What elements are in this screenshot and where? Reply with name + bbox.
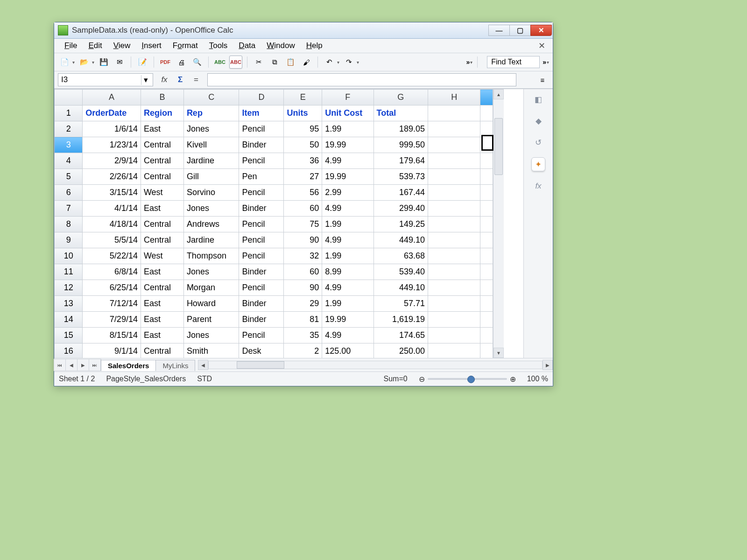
dropdown-icon[interactable]: ▾ [337,60,339,65]
cell[interactable]: 5/22/14 [83,248,141,264]
cell[interactable]: Binder [239,137,284,153]
cell[interactable]: 2/26/14 [83,169,141,185]
cell[interactable]: 1.99 [322,248,374,264]
scroll-left-icon[interactable]: ◀ [198,360,208,370]
cell[interactable]: Desk [239,343,284,358]
cell[interactable] [428,201,480,217]
cell[interactable]: 29 [284,296,322,312]
scroll-right-icon[interactable]: ▶ [543,360,553,370]
cell[interactable]: 299.40 [374,201,428,217]
cell[interactable] [428,169,480,185]
cell[interactable]: 539.40 [374,264,428,280]
formula-input[interactable] [207,73,516,86]
zoom-slider[interactable] [428,378,507,380]
mail-icon[interactable]: ✉ [113,56,126,69]
cell[interactable]: 8.99 [322,264,374,280]
cell[interactable]: 75 [284,217,322,232]
row-header-14[interactable]: 14 [55,312,83,328]
row-header-10[interactable]: 10 [55,248,83,264]
edit-file-icon[interactable]: 📝 [136,56,149,69]
tab-next-icon[interactable]: ▶ [77,359,89,371]
cell[interactable]: Pencil [239,153,284,169]
cell[interactable]: Region [141,105,183,121]
gallery-icon[interactable]: ◆ [532,114,545,127]
status-pagestyle[interactable]: PageStyle_SalesOrders [106,375,186,383]
cell[interactable] [428,248,480,264]
cell[interactable]: 8/15/14 [83,328,141,343]
cell[interactable]: Central [141,343,183,358]
spreadsheet-grid[interactable]: ABCDEFGH1OrderDateRegionRepItemUnitsUnit… [54,89,493,358]
cell[interactable]: 1/6/14 [83,121,141,137]
cell[interactable] [480,153,493,169]
zoom-in-icon[interactable]: ⊕ [510,375,516,384]
cell[interactable]: 6/25/14 [83,280,141,296]
row-header-6[interactable]: 6 [55,185,83,201]
row-header-1[interactable]: 1 [55,105,83,121]
cell[interactable]: Binder [239,296,284,312]
menu-data[interactable]: Data [233,39,261,52]
cell[interactable]: Jones [183,201,239,217]
cell[interactable]: 35 [284,328,322,343]
cell[interactable]: 4.99 [322,280,374,296]
cell[interactable]: Jones [183,121,239,137]
cell[interactable] [428,185,480,201]
cell[interactable] [480,201,493,217]
cell[interactable] [480,105,493,121]
cell[interactable] [428,312,480,328]
cell[interactable]: 4/1/14 [83,201,141,217]
dropdown-icon[interactable]: ▾ [141,75,150,85]
cell[interactable]: Sorvino [183,185,239,201]
cell[interactable]: 1,619.19 [374,312,428,328]
maximize-button[interactable]: ▢ [509,25,531,36]
col-header-H[interactable]: H [428,90,480,105]
cell[interactable]: 90 [284,280,322,296]
cell[interactable]: Pencil [239,232,284,248]
row-header-13[interactable]: 13 [55,296,83,312]
cell[interactable]: Central [141,217,183,232]
cell[interactable]: 4.99 [322,328,374,343]
paste-icon[interactable]: 📋 [284,56,297,69]
cell[interactable] [480,343,493,358]
cell[interactable]: 95 [284,121,322,137]
cell[interactable] [428,328,480,343]
status-mode[interactable]: STD [197,375,212,383]
minimize-button[interactable]: — [488,25,510,36]
col-header-end[interactable] [480,90,493,105]
scroll-down-icon[interactable]: ▼ [493,348,504,358]
cell[interactable] [480,217,493,232]
cell[interactable]: 4.99 [322,201,374,217]
row-header-8[interactable]: 8 [55,217,83,232]
cell[interactable] [428,343,480,358]
cell[interactable] [480,296,493,312]
cell[interactable] [428,296,480,312]
cell[interactable]: OrderDate [83,105,141,121]
cell[interactable]: 2.99 [322,185,374,201]
cell[interactable]: 1.99 [322,217,374,232]
menu-format[interactable]: Format [167,39,204,52]
cell[interactable] [480,232,493,248]
cell[interactable]: 57.71 [374,296,428,312]
properties-icon[interactable]: ◧ [532,93,545,106]
zoom-control[interactable]: ⊖ ⊕ [419,375,516,384]
scroll-thumb[interactable] [494,118,503,175]
dropdown-icon[interactable]: ▾ [72,60,75,65]
navigator-icon[interactable]: ✦ [531,157,545,171]
cell[interactable]: Binder [239,201,284,217]
menu-insert[interactable]: Insert [136,39,167,52]
col-header-C[interactable]: C [183,90,239,105]
cell[interactable]: 179.64 [374,153,428,169]
cell[interactable]: Rep [183,105,239,121]
save-icon[interactable]: 💾 [97,56,110,69]
cell[interactable]: 6/8/14 [83,264,141,280]
cell[interactable]: Central [141,232,183,248]
cell[interactable]: West [141,248,183,264]
tab-first-icon[interactable]: ⏮ [54,359,66,371]
cell[interactable]: East [141,328,183,343]
vertical-scrollbar[interactable]: ▲ ▼ [493,89,504,358]
sheet-tab-salesorders[interactable]: SalesOrders [101,360,156,371]
col-header-A[interactable]: A [83,90,141,105]
cell[interactable]: Pencil [239,217,284,232]
cell[interactable]: 19.99 [322,312,374,328]
close-button[interactable]: ✕ [530,25,552,36]
cut-icon[interactable]: ✂ [252,56,265,69]
